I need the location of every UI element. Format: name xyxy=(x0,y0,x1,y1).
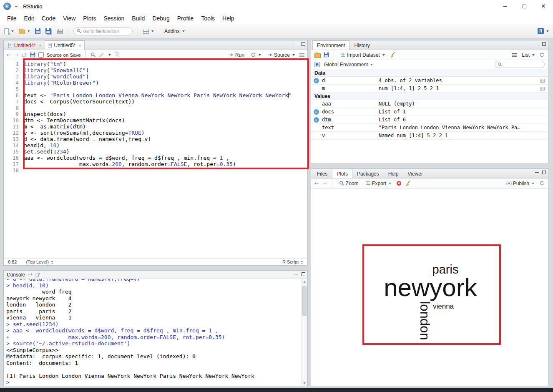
remove-plot-icon[interactable] xyxy=(396,181,402,186)
save-icon[interactable] xyxy=(30,53,35,58)
menu-item-profile[interactable]: Profile xyxy=(173,15,198,22)
minimize-pane-icon[interactable] xyxy=(294,274,298,274)
next-plot-icon[interactable]: → xyxy=(322,181,327,186)
source-on-save-checkbox[interactable] xyxy=(38,52,44,58)
previous-plot-icon[interactable]: ← xyxy=(314,181,319,186)
tab-viewer[interactable]: Viewer xyxy=(403,169,427,178)
code-tools-wand-icon[interactable] xyxy=(99,52,104,58)
environment-scope-dropdown[interactable]: Global Environment xyxy=(322,60,375,69)
maximize-pane-icon[interactable] xyxy=(302,42,305,46)
maximize-button[interactable] xyxy=(515,0,534,13)
save-workspace-icon[interactable] xyxy=(324,53,329,58)
scroll-down-icon[interactable]: ▼ xyxy=(302,381,307,385)
minimize-pane-icon[interactable] xyxy=(535,172,539,173)
refresh-icon[interactable] xyxy=(539,52,545,58)
clear-workspace-broom-icon[interactable] xyxy=(390,52,396,58)
minimize-pane-icon[interactable] xyxy=(294,44,298,44)
view-data-icon[interactable] xyxy=(540,78,545,83)
menu-item-build[interactable]: Build xyxy=(128,15,148,22)
tab-environment[interactable]: Environment xyxy=(312,40,349,50)
code-line: dtm <- TermDocumentMatrix(docs) xyxy=(24,117,307,123)
environment-object-dtm[interactable]: ▸dtmList of 6 xyxy=(311,116,548,124)
tab-packages[interactable]: Packages xyxy=(352,169,384,178)
tab-plots[interactable]: Plots xyxy=(332,169,352,178)
publish-button[interactable]: Publish xyxy=(505,179,536,188)
save-all-button[interactable] xyxy=(44,27,54,35)
goto-file-input[interactable] xyxy=(83,29,129,34)
editor-tab-untitled5[interactable]: Untitled5*× xyxy=(45,40,84,50)
document-outline-icon[interactable] xyxy=(299,53,304,57)
panes-layout-button[interactable] xyxy=(141,28,156,35)
clear-plots-broom-icon[interactable] xyxy=(405,180,411,186)
console-scrollbar[interactable]: ▲ ▼ xyxy=(301,279,307,386)
close-tab-icon[interactable]: × xyxy=(39,43,41,48)
menu-item-session[interactable]: Session xyxy=(100,15,128,22)
menu-item-plots[interactable]: Plots xyxy=(79,15,100,22)
tab-files[interactable]: Files xyxy=(312,169,332,178)
minimize-button[interactable] xyxy=(495,0,515,13)
environment-object-docs[interactable]: ▸docsList of 1 xyxy=(311,108,548,116)
rerun-button[interactable] xyxy=(249,51,263,59)
line-number: 3 xyxy=(4,73,19,80)
maximize-pane-icon[interactable] xyxy=(302,272,305,276)
menu-item-edit[interactable]: Edit xyxy=(20,15,38,22)
tab-history[interactable]: History xyxy=(349,40,374,50)
zoom-button[interactable]: Zoom xyxy=(337,179,360,188)
scope-selector[interactable]: (Top Level) xyxy=(26,259,53,264)
environment-search-input[interactable] xyxy=(503,62,542,67)
export-button[interactable]: Export xyxy=(364,179,393,188)
global-environment-icon: R xyxy=(314,62,320,67)
new-file-button[interactable] xyxy=(3,27,15,35)
environment-object-v[interactable]: vNamed num [1:4] 5 2 2 1 xyxy=(311,132,548,140)
expand-icon[interactable]: ▸ xyxy=(314,109,319,115)
environment-object-aaa[interactable]: aaaNULL (empty) xyxy=(311,100,548,108)
publish-icon xyxy=(506,181,512,186)
popout-icon[interactable] xyxy=(22,52,27,58)
popout-icon[interactable] xyxy=(35,272,40,277)
menu-item-view[interactable]: View xyxy=(59,15,79,22)
project-menu-button[interactable]: R xyxy=(536,27,550,35)
scrollbar-thumb[interactable] xyxy=(302,286,307,316)
load-workspace-icon[interactable] xyxy=(314,53,321,58)
refresh-icon[interactable] xyxy=(539,181,545,186)
environment-object-m[interactable]: mnum [1:4, 1] 2 5 2 1 xyxy=(311,85,548,93)
maximize-pane-icon[interactable] xyxy=(542,42,546,46)
save-button[interactable] xyxy=(33,27,42,35)
console-pane: Console ~/ > d <- data.frame(word = name… xyxy=(3,270,308,386)
file-type-selector[interactable]: R Script xyxy=(282,259,303,264)
forward-icon[interactable]: → xyxy=(14,52,19,58)
expand-icon[interactable]: ▸ xyxy=(314,78,319,83)
editor-tab-untitled4[interactable]: Untitled4*× xyxy=(5,40,45,50)
code-editor[interactable]: library("tm")library("SnowballC")library… xyxy=(24,60,307,258)
source-button[interactable]: Source xyxy=(266,51,297,59)
back-icon[interactable]: ← xyxy=(7,52,11,58)
scroll-up-icon[interactable]: ▲ xyxy=(302,280,307,284)
environment-object-text[interactable]: text"Paris London London Vienna NewYork … xyxy=(311,124,548,132)
console-output[interactable]: > d <- data.frame(word = names(v),freq=v… xyxy=(4,279,301,386)
list-view-label: List xyxy=(522,52,530,58)
find-replace-icon[interactable] xyxy=(90,52,96,58)
menu-item-file[interactable]: File xyxy=(3,15,20,22)
line-number: 18 xyxy=(4,167,19,173)
menu-item-debug[interactable]: Debug xyxy=(148,15,173,22)
menu-item-help[interactable]: Help xyxy=(219,15,238,22)
view-data-icon[interactable] xyxy=(540,86,545,91)
environment-object-d[interactable]: ▸d4 obs. of 2 variables xyxy=(311,77,548,85)
minimize-pane-icon[interactable] xyxy=(535,44,539,44)
compile-report-icon[interactable] xyxy=(114,52,119,58)
run-button[interactable]: Run xyxy=(227,51,246,59)
addins-button[interactable]: Addins xyxy=(163,27,186,35)
list-view-button[interactable]: List xyxy=(520,51,536,59)
tab-help[interactable]: Help xyxy=(384,169,403,178)
open-file-button[interactable] xyxy=(17,27,32,35)
menu-item-tools[interactable]: Tools xyxy=(197,15,219,22)
close-button[interactable]: ✕ xyxy=(534,0,553,13)
close-tab-icon[interactable]: × xyxy=(79,43,81,48)
caret-down-icon xyxy=(382,54,385,57)
maximize-pane-icon[interactable] xyxy=(542,171,546,174)
print-button[interactable] xyxy=(55,27,65,35)
import-dataset-button[interactable]: Import Dataset xyxy=(339,51,387,59)
expand-icon[interactable]: ▸ xyxy=(314,117,319,123)
line-number: 13 xyxy=(4,136,19,142)
menu-item-code[interactable]: Code xyxy=(38,15,59,22)
